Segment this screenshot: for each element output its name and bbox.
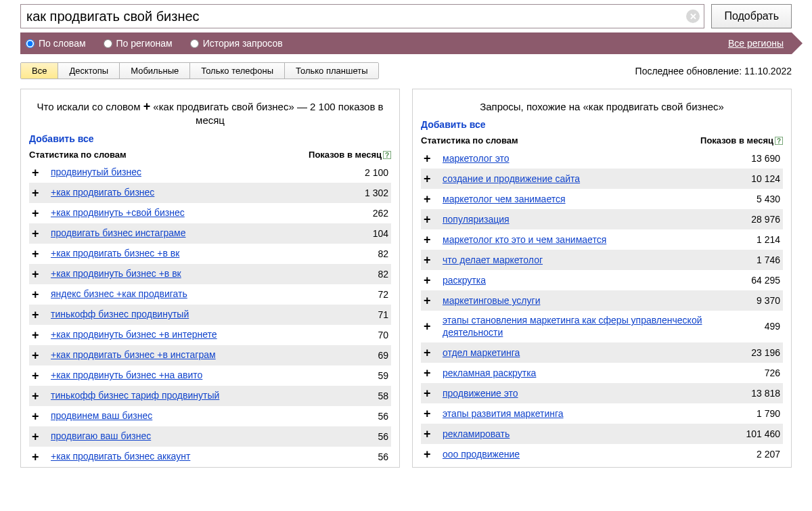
plus-icon[interactable]: + [32,370,44,382]
plus-icon[interactable]: + [424,407,436,420]
keyword-link[interactable]: +как продвигать бизнес +в инстаграм [51,349,378,361]
keyword-link[interactable]: продвигаю ваш бизнес [51,430,378,442]
keyword-link[interactable]: маркетолог это [443,152,751,164]
keyword-link[interactable]: продвинем ваш бизнес [51,409,378,422]
keyword-link[interactable]: маркетолог чем занимается [443,193,757,205]
help-icon[interactable]: ? [775,137,783,145]
submit-button[interactable]: Подобрать [711,4,792,28]
plus-icon[interactable]: + [32,329,44,341]
keyword-link[interactable]: +как продвигать бизнес аккаунт [51,450,378,462]
keyword-link[interactable]: маркетинговые услуги [443,294,757,307]
plus-icon[interactable]: + [32,166,44,179]
plus-icon[interactable]: + [32,187,44,199]
radio-input[interactable] [190,39,199,48]
keyword-link[interactable]: создание и продвижение сайта [443,173,751,185]
keyword-link[interactable]: ооо продвижение [443,448,757,460]
impressions-count: 726 [765,368,780,378]
impressions-count: 1 746 [757,254,780,265]
plus-icon[interactable]: + [32,410,44,422]
panel-similar: Запросы, похожие на «как продвигать свой… [412,89,792,468]
keyword-link[interactable]: раскрутка [443,274,751,286]
plus-icon[interactable]: + [32,207,44,219]
impressions-count: 262 [373,208,388,219]
keyword-link[interactable]: +как продвинуть +свой бизнес [51,206,373,219]
header-count: Показов в месяц? [700,135,783,146]
impressions-count: 58 [378,391,388,401]
impressions-count: 82 [378,269,388,280]
keyword-link[interactable]: продвинутый бизнес [51,166,365,178]
plus-icon[interactable]: + [424,428,436,440]
panel-title: Что искали со словом + «как продвигать с… [29,100,391,128]
plus-icon[interactable]: + [424,152,436,164]
plus-icon[interactable]: + [32,288,44,301]
plus-icon[interactable]: + [32,248,44,260]
plus-icon[interactable]: + [424,213,436,225]
plus-icon[interactable]: + [424,254,436,266]
column-headers: Статистика по словам Показов в месяц? [29,147,391,162]
keyword-link[interactable]: популяризация [443,213,751,225]
keyword-link[interactable]: +как продвинуть бизнес +в вк [51,267,378,280]
search-box: ✕ [20,4,704,28]
panel-title: Запросы, похожие на «как продвигать свой… [421,100,783,114]
keyword-link[interactable]: продвижение это [443,387,751,399]
device-tab-4[interactable]: Только планшеты [285,63,378,79]
keyword-link[interactable]: тинькофф бизнес тариф продвинутый [51,389,378,401]
filter-radio-2[interactable]: История запросов [190,38,283,49]
clear-icon[interactable]: ✕ [686,9,700,23]
plus-icon[interactable]: + [32,451,44,463]
keyword-link[interactable]: что делает маркетолог [443,254,757,266]
impressions-count: 69 [378,350,388,361]
regions-link[interactable]: Все регионы [728,38,784,49]
add-all-link[interactable]: Добавить все [29,133,94,144]
keyword-row: ++как продвигать бизнес1 302 [29,183,391,203]
plus-icon[interactable]: + [424,274,436,286]
plus-icon[interactable]: + [424,234,436,246]
plus-icon[interactable]: + [424,367,436,379]
plus-icon[interactable]: + [424,320,436,332]
impressions-count: 70 [378,330,388,340]
keyword-link[interactable]: рекламировать [443,428,746,440]
device-tab-2[interactable]: Мобильные [120,63,190,79]
keyword-link[interactable]: +как продвинуть бизнес +в интернете [51,328,378,340]
plus-icon[interactable]: + [32,268,44,280]
radio-input[interactable] [26,39,35,48]
filter-radio-1[interactable]: По регионам [104,38,173,49]
plus-icon[interactable]: + [32,430,44,443]
keyword-link[interactable]: продвигать бизнес инстаграме [51,227,373,239]
plus-icon[interactable]: + [424,347,436,359]
search-input[interactable] [21,5,704,28]
keyword-link[interactable]: тинькофф бизнес продвинутый [51,308,378,320]
device-tab-1[interactable]: Десктопы [58,63,120,79]
impressions-count: 59 [378,370,388,381]
impressions-count: 2 207 [757,449,780,460]
keyword-link[interactable]: маркетолог кто это и чем занимается [443,234,757,246]
plus-icon[interactable]: + [424,294,436,307]
device-tab-3[interactable]: Только телефоны [190,63,285,79]
plus-icon[interactable]: + [32,227,44,240]
keyword-link[interactable]: отдел маркетинга [443,347,751,359]
plus-icon[interactable]: + [32,390,44,402]
keyword-link[interactable]: этапы становления маркетинга как сферы у… [443,314,765,338]
plus-icon[interactable]: + [32,349,44,361]
header-stat: Статистика по словам [421,135,700,146]
keyword-link[interactable]: этапы развития маркетинга [443,407,757,420]
filter-radio-0[interactable]: По словам [26,38,86,49]
help-icon[interactable]: ? [383,151,391,159]
plus-icon[interactable]: + [32,309,44,321]
add-all-link[interactable]: Добавить все [421,119,486,130]
keyword-link[interactable]: +как продвинуть бизнес +на авито [51,369,378,381]
device-tab-0[interactable]: Все [21,63,58,79]
keyword-link[interactable]: рекламная раскрутка [443,367,765,379]
plus-icon[interactable]: + [424,387,436,399]
impressions-count: 56 [378,431,388,442]
keyword-link[interactable]: яндекс бизнес +как продвигать [51,288,378,300]
keyword-link[interactable]: +как продвигать бизнес [51,186,365,198]
keyword-row: ++как продвинуть +свой бизнес262 [29,203,391,223]
keyword-link[interactable]: +как продвигать бизнес +в вк [51,247,378,259]
plus-icon[interactable]: + [424,173,436,185]
plus-icon[interactable]: + [424,193,436,205]
impressions-count: 64 295 [751,275,780,286]
radio-input[interactable] [104,39,112,48]
plus-icon[interactable]: + [424,448,436,460]
keyword-row: +отдел маркетинга23 196 [421,342,783,363]
